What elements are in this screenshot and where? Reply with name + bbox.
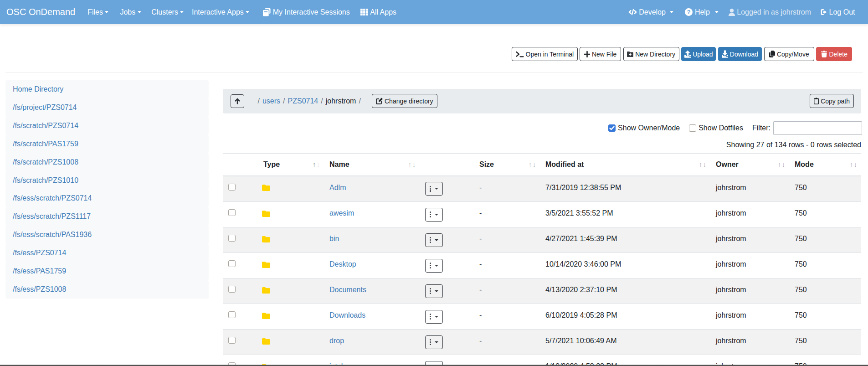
svg-text:?: ? [687, 9, 691, 15]
